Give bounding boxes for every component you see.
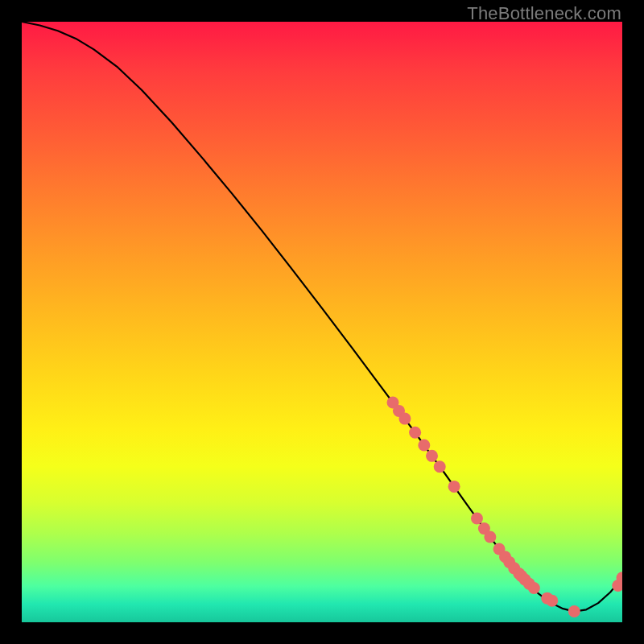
marker-dot <box>568 605 580 617</box>
marker-dot <box>426 450 438 462</box>
curve-line <box>22 22 622 612</box>
marker-dot <box>418 439 430 451</box>
marker-dots <box>387 396 622 617</box>
marker-dot <box>546 595 558 607</box>
plot-area <box>22 22 622 622</box>
marker-dot <box>398 413 411 425</box>
marker-dot <box>528 582 540 594</box>
marker-dot <box>484 531 496 543</box>
marker-dot <box>448 481 460 493</box>
chart-frame: { "watermark": "TheBottleneck.com", "col… <box>0 0 644 644</box>
bottleneck-curve-path <box>22 22 622 612</box>
marker-dot <box>409 427 421 439</box>
chart-svg <box>22 22 622 622</box>
marker-dot <box>434 460 446 473</box>
marker-dot <box>471 512 483 524</box>
